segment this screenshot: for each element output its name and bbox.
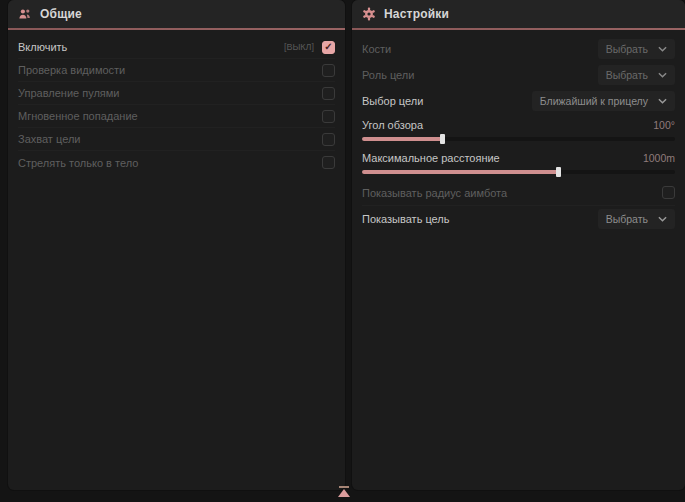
setting-row-max-distance: Максимальное расстояние 1000m xyxy=(362,147,675,180)
fov-slider-handle[interactable] xyxy=(440,134,445,144)
toggle-label: Мгновенное попадание xyxy=(18,110,138,122)
checkbox-bullet-control[interactable] xyxy=(322,87,335,100)
toggle-row-enable[interactable]: Включить [ВЫКЛ] ✓ xyxy=(18,36,335,59)
setting-label: Максимальное расстояние xyxy=(362,152,500,164)
checkbox-visibility-check[interactable] xyxy=(322,64,335,77)
chevron-down-icon xyxy=(658,46,667,52)
panel-general: Общие Включить [ВЫКЛ] ✓ Проверка видимос… xyxy=(8,0,345,490)
show-target-dropdown[interactable]: Выбрать xyxy=(598,209,675,229)
max-distance-slider-handle[interactable] xyxy=(556,167,561,177)
setting-row-target-selection: Выбор цели Ближайший к прицелу xyxy=(362,88,675,114)
max-distance-slider-fill xyxy=(362,170,559,174)
checkbox-body-only[interactable] xyxy=(322,156,335,169)
setting-row-bones: Кости Выбрать xyxy=(362,36,675,62)
panel-settings-title: Настройки xyxy=(384,7,449,21)
setting-label: Роль цели xyxy=(362,69,414,81)
up-arrow-cursor xyxy=(338,486,350,498)
dropdown-value: Выбрать xyxy=(606,213,648,225)
toggle-row-instant-hit[interactable]: Мгновенное попадание xyxy=(18,105,335,128)
setting-label: Показывать цель xyxy=(362,213,450,225)
chevron-down-icon xyxy=(658,72,667,78)
setting-label: Угол обзора xyxy=(362,119,423,131)
dropdown-value: Выбрать xyxy=(606,43,648,55)
chevron-down-icon xyxy=(658,98,667,104)
checkbox-target-lock[interactable] xyxy=(322,133,335,146)
keybind-badge[interactable]: [ВЫКЛ] xyxy=(284,42,314,52)
check-icon: ✓ xyxy=(324,42,332,52)
target-role-dropdown[interactable]: Выбрать xyxy=(598,65,675,85)
bones-dropdown[interactable]: Выбрать xyxy=(598,39,675,59)
toggle-label: Управление пулями xyxy=(18,87,120,99)
toggle-row-show-aimbot-radius[interactable]: Показывать радиус аимбота xyxy=(362,180,675,206)
fov-slider[interactable] xyxy=(362,137,675,141)
setting-row-target-role: Роль цели Выбрать xyxy=(362,62,675,88)
toggle-label: Стрелять только в тело xyxy=(18,157,138,169)
dropdown-value: Ближайший к прицелу xyxy=(540,95,648,107)
panel-settings-header[interactable]: Настройки xyxy=(352,0,685,28)
toggle-row-visibility-check[interactable]: Проверка видимости xyxy=(18,59,335,82)
toggle-row-bullet-control[interactable]: Управление пулями xyxy=(18,82,335,105)
max-distance-slider[interactable] xyxy=(362,170,675,174)
toggle-label: Захват цели xyxy=(18,133,80,145)
toggle-label: Проверка видимости xyxy=(18,64,125,76)
toggle-label: Показывать радиус аимбота xyxy=(362,187,507,199)
fov-slider-fill xyxy=(362,137,443,141)
setting-label: Кости xyxy=(362,43,391,55)
panel-general-title: Общие xyxy=(40,7,82,21)
panel-settings: Настройки Кости Выбрать Роль цели Выбрат… xyxy=(352,0,685,490)
chevron-down-icon xyxy=(658,216,667,222)
checkbox-enable[interactable]: ✓ xyxy=(322,41,335,54)
setting-row-show-target: Показывать цель Выбрать xyxy=(362,206,675,232)
checkbox-instant-hit[interactable] xyxy=(322,110,335,123)
max-distance-value: 1000m xyxy=(643,152,675,164)
panel-general-header[interactable]: Общие xyxy=(8,0,345,28)
toggle-row-target-lock[interactable]: Захват цели xyxy=(18,128,335,151)
toggle-row-body-only[interactable]: Стрелять только в тело xyxy=(18,151,335,174)
dropdown-value: Выбрать xyxy=(606,69,648,81)
mod-menu-screen: Общие Включить [ВЫКЛ] ✓ Проверка видимос… xyxy=(0,0,685,502)
users-icon xyxy=(18,7,32,21)
cursor-triangle xyxy=(338,489,350,497)
setting-label: Выбор цели xyxy=(362,95,423,107)
gear-icon xyxy=(362,7,376,21)
target-selection-dropdown[interactable]: Ближайший к прицелу xyxy=(532,91,675,111)
cursor-bar xyxy=(339,486,349,488)
fov-value: 100° xyxy=(653,119,675,131)
checkbox-show-aimbot-radius[interactable] xyxy=(662,186,675,199)
toggle-label: Включить xyxy=(18,41,67,53)
setting-row-fov: Угол обзора 100° xyxy=(362,114,675,147)
